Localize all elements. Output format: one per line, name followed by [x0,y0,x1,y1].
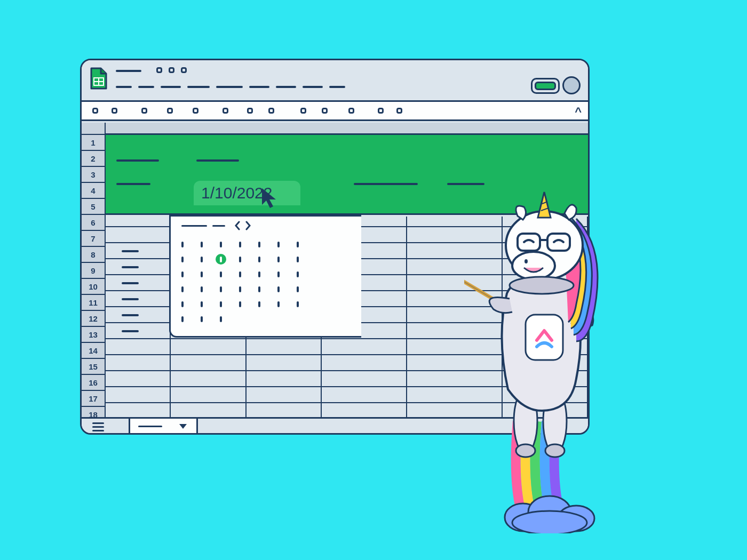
toolbar-button[interactable] [112,108,117,114]
toolbar-button[interactable] [300,108,306,114]
row-number[interactable]: 14 [82,343,106,359]
toolbar-button[interactable] [193,108,198,114]
chevron-left-icon [236,222,239,229]
toolbar-button[interactable] [222,108,228,114]
row-number[interactable]: 2 [82,151,106,167]
svg-point-6 [512,511,587,533]
row-number[interactable]: 10 [82,279,106,295]
folder-icon[interactable] [169,67,174,73]
row-number[interactable]: 15 [82,359,106,375]
all-sheets-icon[interactable] [92,422,104,434]
sheet-tab-menu-icon[interactable] [179,424,187,429]
row-number[interactable]: 12 [82,311,106,327]
row-number[interactable]: 7 [82,231,106,247]
row-number[interactable]: 8 [82,247,106,263]
google-sheets-icon [90,67,107,90]
row-number[interactable]: 9 [82,263,106,279]
toolbar: ^ [82,102,588,121]
titlebar [82,60,588,102]
select-all-cell[interactable] [82,123,106,135]
cursor-icon [260,187,282,210]
toolbar-button[interactable] [348,108,354,114]
sheet-tab-label [138,426,162,427]
svg-point-22 [510,277,574,294]
row-number[interactable]: 3 [82,167,106,183]
chevron-right-icon [247,222,250,229]
row-number[interactable]: 1 [82,135,106,151]
row-number[interactable]: 16 [82,375,106,391]
toolbar-button[interactable] [322,108,328,114]
selected-date[interactable] [216,254,226,265]
row-number[interactable]: 17 [82,391,106,407]
toolbar-button[interactable] [167,108,173,114]
svg-point-11 [516,444,535,457]
toolbar-button[interactable] [268,108,274,114]
star-icon[interactable] [156,67,162,73]
toolbar-button[interactable] [378,108,384,114]
svg-point-12 [545,444,565,457]
date-picker-popup[interactable] [169,215,361,338]
svg-point-16 [525,259,528,263]
unicorn-mascot [464,187,635,533]
toolbar-button[interactable] [92,108,98,114]
row-number[interactable]: 11 [82,295,106,311]
svg-point-15 [512,252,555,279]
toolbar-collapse-icon[interactable]: ^ [575,105,582,119]
sheet-tab[interactable] [129,419,198,435]
row-number[interactable]: 6 [82,215,106,231]
toolbar-button[interactable] [247,108,253,114]
row-number[interactable]: 13 [82,327,106,343]
toolbar-button[interactable] [396,108,402,114]
row-number[interactable]: 4 [82,183,106,199]
svg-rect-13 [526,315,563,360]
toolbar-button[interactable] [141,108,147,114]
calendar-grid[interactable] [181,237,299,326]
share-button[interactable] [535,82,556,90]
date-input-cell[interactable]: 1/10/2022 [194,181,300,205]
row-number-gutter: 1 2 3 4 5 6 7 8 9 10 11 12 13 14 15 16 1… [82,123,106,417]
column-header-row [106,123,588,135]
month-nav[interactable] [235,221,256,230]
account-avatar[interactable] [562,76,581,94]
cloud-icon[interactable] [181,67,187,73]
row-number[interactable]: 5 [82,199,106,215]
